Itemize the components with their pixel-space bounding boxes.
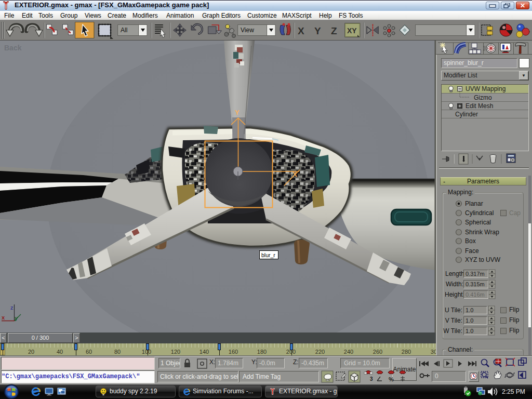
svg-text:All: All: [121, 26, 127, 34]
svg-text:Y: Y: [314, 25, 321, 36]
svg-text:Z: Z: [331, 25, 337, 36]
svg-text:x: x: [2, 314, 5, 321]
svg-text:X: X: [298, 25, 304, 36]
svg-text:%: %: [389, 376, 394, 382]
svg-text:3: 3: [370, 376, 373, 382]
svg-text:View: View: [241, 26, 254, 34]
svg-text:Back: Back: [4, 44, 22, 52]
svg-text:XY: XY: [347, 26, 357, 35]
svg-text:X: X: [292, 170, 297, 178]
svg-text:blur_r: blur_r: [261, 252, 275, 258]
svg-text:z: z: [10, 304, 14, 311]
svg-text:Y: Y: [235, 109, 240, 116]
